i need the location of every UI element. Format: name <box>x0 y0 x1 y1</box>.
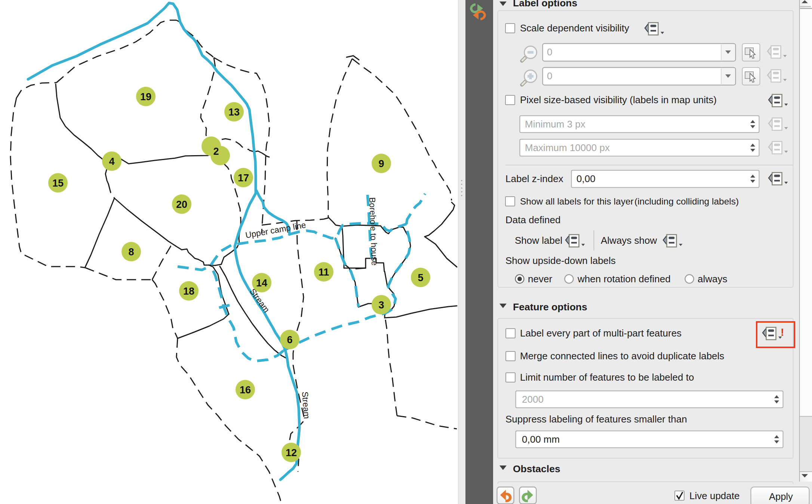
svg-text:Label every part of multi-part: Label every part of multi-part features <box>520 328 682 339</box>
svg-text:0: 0 <box>547 70 552 82</box>
svg-text:0,00 mm: 0,00 mm <box>522 434 560 445</box>
svg-text:when rotation defined: when rotation defined <box>577 273 671 285</box>
svg-text:12: 12 <box>286 447 297 458</box>
svg-text:Label options: Label options <box>513 0 577 9</box>
svg-text:Show upside-down labels: Show upside-down labels <box>505 255 616 266</box>
svg-text:Pixel size-based visibility (l: Pixel size-based visibility (labels in m… <box>520 94 717 105</box>
svg-text:2000: 2000 <box>522 394 544 405</box>
svg-text:6: 6 <box>287 334 292 345</box>
svg-text:always: always <box>698 273 727 285</box>
svg-text:19: 19 <box>140 91 151 102</box>
svg-text:9: 9 <box>378 158 384 169</box>
svg-text:2: 2 <box>213 146 219 157</box>
svg-text:Data defined: Data defined <box>505 214 560 225</box>
svg-text:13: 13 <box>228 107 240 118</box>
svg-text:Show label: Show label <box>515 235 562 246</box>
svg-text:Apply: Apply <box>769 491 793 502</box>
svg-text:(including colliding labels): (including colliding labels) <box>634 196 739 206</box>
svg-text:Merge connected lines to avoid: Merge connected lines to avoid duplicate… <box>520 350 724 362</box>
svg-text:11: 11 <box>319 267 329 278</box>
svg-text:Obstacles: Obstacles <box>513 463 560 474</box>
svg-text:17: 17 <box>238 172 249 184</box>
svg-text:4: 4 <box>109 156 114 167</box>
svg-text:Maximum 10000 px: Maximum 10000 px <box>525 142 610 153</box>
svg-text:16: 16 <box>240 384 251 396</box>
svg-text:Stream: Stream <box>300 391 311 419</box>
svg-text:0: 0 <box>547 46 552 58</box>
svg-text:0,00: 0,00 <box>576 173 596 184</box>
svg-text:never: never <box>528 273 552 285</box>
svg-text:Live update: Live update <box>689 490 739 501</box>
svg-text:14: 14 <box>256 277 267 289</box>
svg-text:15: 15 <box>52 178 64 189</box>
svg-text:8: 8 <box>128 246 134 258</box>
svg-text:Suppress labeling of features: Suppress labeling of features smaller th… <box>505 414 687 425</box>
svg-text:Show all labels for this layer: Show all labels for this layer <box>520 196 634 206</box>
svg-text:3: 3 <box>378 299 384 311</box>
svg-text:Always show: Always show <box>601 235 657 246</box>
svg-text:20: 20 <box>176 199 187 210</box>
svg-text:Feature options: Feature options <box>513 301 587 313</box>
svg-text:!: ! <box>781 326 784 338</box>
svg-text:5: 5 <box>418 272 423 283</box>
svg-text:Scale dependent visibility: Scale dependent visibility <box>520 22 629 34</box>
svg-text:Label z-index: Label z-index <box>505 173 563 184</box>
svg-text:Limit number of features to be: Limit number of features to be labeled t… <box>520 372 694 383</box>
svg-text:Minimum 3 px: Minimum 3 px <box>525 119 585 130</box>
svg-text:18: 18 <box>183 286 194 297</box>
